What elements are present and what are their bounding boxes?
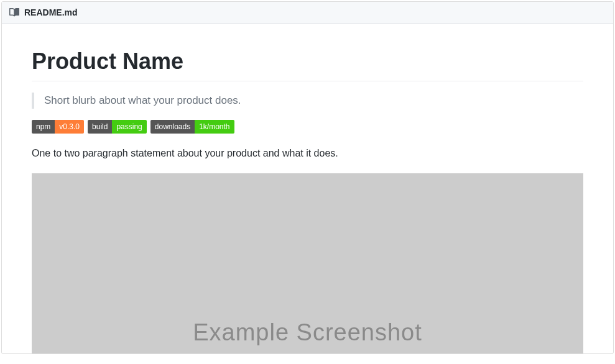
readme-filename: README.md xyxy=(24,7,78,17)
readme-container: README.md Product Name Short blurb about… xyxy=(1,1,614,354)
screenshot-label: Example Screenshot xyxy=(193,319,422,346)
readme-header: README.md xyxy=(2,2,613,24)
badge-downloads[interactable]: downloads 1k/month xyxy=(150,120,234,134)
badge-label: downloads xyxy=(150,120,195,134)
badge-build[interactable]: build passing xyxy=(88,120,147,134)
badge-npm[interactable]: npm v0.3.0 xyxy=(32,120,84,134)
screenshot-placeholder: Example Screenshot xyxy=(32,173,583,353)
badges-row: npm v0.3.0 build passing downloads 1k/mo… xyxy=(32,120,583,134)
book-icon xyxy=(9,7,19,17)
description-text: One to two paragraph statement about you… xyxy=(32,146,583,161)
blurb-text: Short blurb about what your product does… xyxy=(44,94,241,106)
readme-body: Product Name Short blurb about what your… xyxy=(2,24,613,353)
badge-value: v0.3.0 xyxy=(55,120,84,134)
blurb-quote: Short blurb about what your product does… xyxy=(32,93,583,109)
product-title: Product Name xyxy=(32,48,583,81)
badge-label: npm xyxy=(32,120,55,134)
badge-value: 1k/month xyxy=(195,120,234,134)
badge-value: passing xyxy=(112,120,146,134)
badge-label: build xyxy=(88,120,112,134)
